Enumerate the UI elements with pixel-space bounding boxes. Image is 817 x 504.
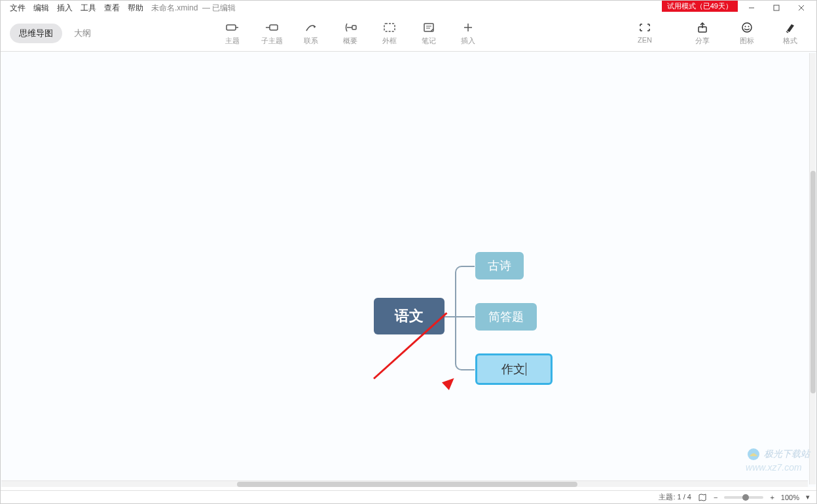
svg-point-21 [748,26,750,27]
watermark: 极光下载站 www.xz7.com [746,446,810,473]
menu-help[interactable]: 帮助 [124,1,147,15]
document-title: 未命名.xmind — 已编辑 [151,3,236,14]
connector [455,363,463,370]
svg-rect-1 [774,5,779,10]
tab-mindmap[interactable]: 思维导图 [10,24,62,43]
status-bar: 主题: 1 / 4 − + 100% ▾ [1,490,816,503]
scrollbar-thumb[interactable] [810,171,816,393]
subtopic-icon [264,20,279,35]
view-tabs: 思维导图 大纲 [10,24,99,43]
note-icon [422,20,436,35]
maximize-icon [772,4,780,12]
text-cursor [526,363,526,376]
trial-badge: 试用模式（已49天） [662,1,738,12]
tool-note[interactable]: 笔记 [413,20,445,46]
tool-summary[interactable]: 概要 [335,20,366,46]
tool-icon-panel[interactable]: 图标 [731,20,763,46]
zoom-level[interactable]: 100% [781,494,799,501]
connector [455,266,463,274]
minimize-icon [748,4,755,12]
mindmap-node[interactable]: 简答题 [475,303,537,331]
boundary-icon [382,20,397,35]
tool-format-panel[interactable]: 格式 [774,20,806,46]
menu-view[interactable]: 查看 [100,1,124,15]
svg-point-22 [748,448,759,460]
tool-group-right: ZEN 分享 [629,20,718,46]
tool-group-main: 主题 子主题 联系 概要 外框 笔记 插入 [217,20,484,46]
menu-insert[interactable]: 插入 [53,1,77,15]
mindmap-node-editing[interactable]: 作文 [475,353,553,385]
format-icon [783,20,797,35]
connector [463,316,475,317]
canvas[interactable]: 语文 古诗 简答题 作文 极光下载站 www.xz7.com [1,52,816,487]
zoom-in-button[interactable]: + [770,494,774,501]
zoom-dropdown-icon[interactable]: ▾ [806,493,810,501]
status-topic-count: 主题: 1 / 4 [659,492,691,502]
zoom-out-button[interactable]: − [714,494,717,501]
tool-insert[interactable]: 插入 [452,20,484,46]
relation-icon [304,20,318,35]
map-overview-icon[interactable] [698,493,707,502]
scrollbar-vertical[interactable] [809,53,816,484]
mindmap-node[interactable]: 古诗 [475,252,524,279]
connector [463,266,475,267]
svg-rect-4 [227,25,236,30]
close-button[interactable] [789,1,814,15]
topic-icon [225,20,240,35]
svg-point-20 [745,26,746,27]
mindmap-root-node[interactable]: 语文 [374,298,445,334]
tool-subtopic[interactable]: 子主题 [256,20,287,46]
summary-icon [343,20,357,35]
tool-relation[interactable]: 联系 [295,20,327,46]
close-icon [797,4,805,12]
mindmap-node-label: 作文 [501,361,525,377]
tool-topic[interactable]: 主题 [217,20,248,46]
insert-icon [461,20,475,35]
minimize-button[interactable] [739,1,764,15]
maximize-button[interactable] [764,1,789,15]
connector [455,274,456,363]
connector [445,316,464,317]
svg-rect-7 [270,25,278,30]
svg-point-19 [742,23,752,32]
watermark-logo-icon [746,446,761,462]
menu-tools[interactable]: 工具 [77,1,100,15]
tool-group-far-right: 图标 格式 [731,20,806,46]
smiley-icon [740,20,754,35]
toolbar: 思维导图 大纲 主题 子主题 联系 概要 外框 笔记 插入 [1,15,816,52]
svg-rect-11 [384,24,395,31]
scrollbar-thumb[interactable] [237,482,577,487]
menu-file[interactable]: 文件 [6,1,29,15]
connector [463,369,475,370]
svg-rect-10 [352,26,356,29]
share-icon [695,20,710,35]
tool-boundary[interactable]: 外框 [374,20,405,46]
tool-share[interactable]: 分享 [687,20,718,46]
menu-bar: 文件 编辑 插入 工具 查看 帮助 未命名.xmind — 已编辑 试用模式（已… [1,1,816,15]
menu-edit[interactable]: 编辑 [29,1,53,15]
annotation-arrow-head [442,374,458,390]
scrollbar-horizontal[interactable] [1,480,808,487]
zen-icon [638,20,652,35]
tool-zen[interactable]: ZEN [629,20,661,46]
zoom-slider[interactable] [724,496,763,499]
window-controls [739,1,814,15]
tab-outline[interactable]: 大纲 [66,24,99,43]
zoom-slider-thumb[interactable] [742,494,749,501]
